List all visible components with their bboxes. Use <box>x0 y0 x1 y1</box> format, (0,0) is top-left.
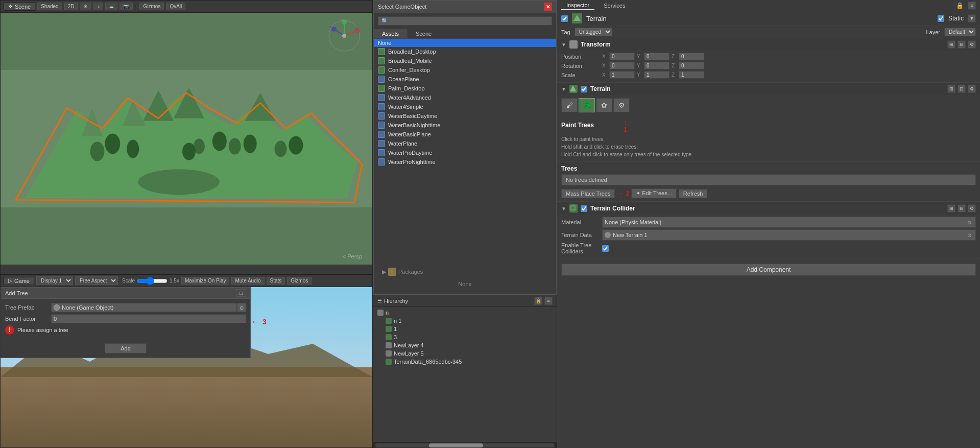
scale-y-input[interactable] <box>644 71 670 79</box>
terrain-enabled-checkbox[interactable] <box>581 86 587 92</box>
bend-factor-value: 0 <box>51 314 246 323</box>
asset-item-7[interactable]: Water4Simple <box>374 102 556 111</box>
asset-item-3[interactable]: Conifer_Desktop <box>374 65 556 75</box>
error-row: ! Please assign a tree <box>5 325 246 335</box>
scene-tab[interactable]: ❖ Scene <box>4 3 35 11</box>
material-select-btn[interactable]: ⊙ <box>965 218 973 226</box>
terrain-paint-details-btn[interactable]: ✿ <box>596 98 612 112</box>
tab-assets[interactable]: Assets <box>374 29 408 38</box>
tag-select[interactable]: Untagged <box>575 28 612 36</box>
hier-item-assets[interactable]: n <box>375 309 555 317</box>
gizmos-btn[interactable]: Gizmos <box>139 3 164 10</box>
asset-item-0[interactable]: None <box>374 39 556 47</box>
asset-icon-7 <box>378 103 385 110</box>
layer-select[interactable]: Default <box>944 28 976 36</box>
tag-layer-row: Tag Untagged Layer Default <box>557 26 980 38</box>
asset-item-8[interactable]: WaterBasicDaytime <box>374 111 556 121</box>
terrain-paint-trees-btn[interactable]: 🌲 <box>579 98 595 112</box>
hier-item-terrain[interactable]: TerrainData_6865edbc-345 <box>375 358 555 366</box>
asset-item-13[interactable]: WaterProNighttime <box>374 157 556 167</box>
collider-copy-btn[interactable]: ⊟ <box>958 204 966 213</box>
asset-item-1[interactable]: Broadleaf_Desktop <box>374 47 556 56</box>
fx-btn[interactable]: ☁ <box>105 3 117 10</box>
transform-align-btn[interactable]: ⊞ <box>947 40 955 49</box>
mute-btn[interactable]: Mute Audio <box>231 277 264 285</box>
hierarchy-lock-btn[interactable]: 🔒 <box>534 297 542 305</box>
add-tree-btn[interactable]: Add <box>105 343 147 353</box>
rot-x-input[interactable] <box>609 62 635 69</box>
game-tab[interactable]: ▷ Game <box>4 277 34 285</box>
search-input[interactable] <box>378 16 552 26</box>
terrain-settings-btn[interactable]: ⚙ <box>613 98 630 112</box>
asset-icon-1 <box>378 48 385 55</box>
scene-bottom-bar <box>1 265 372 274</box>
pos-z-input[interactable] <box>679 53 704 60</box>
inspector-menu-btn[interactable]: ≡ <box>968 2 976 10</box>
mass-place-trees-btn[interactable]: Mass Place Trees <box>561 189 615 198</box>
asset-item-2[interactable]: Broadleaf_Mobile <box>374 56 556 65</box>
asset-item-6[interactable]: Water4Advanced <box>374 93 556 102</box>
lights-btn[interactable]: ☀ <box>80 3 91 10</box>
maximize-btn[interactable]: Maximize On Play <box>181 277 230 285</box>
inspector-lock-btn[interactable]: 🔒 <box>955 2 964 10</box>
audio-btn[interactable]: ♪ <box>93 3 103 10</box>
hierarchy-titlebar: ☰ Hierarchy 🔒 ≡ <box>373 295 557 306</box>
hier-item-2[interactable]: 1 <box>375 325 555 333</box>
hier-item-5[interactable]: NewLayer 5 <box>375 349 555 358</box>
terrain-data-select-btn[interactable]: ⊙ <box>965 231 973 239</box>
pos-x-input[interactable] <box>609 53 635 60</box>
transform-copy-btn[interactable]: ⊟ <box>958 40 966 49</box>
edit-trees-btn[interactable]: ✦ Edit Trees... <box>631 188 677 198</box>
scale-z-input[interactable] <box>679 71 704 79</box>
hierarchy-menu-btn[interactable]: ≡ <box>544 297 553 305</box>
asset-item-11[interactable]: WaterPlane <box>374 139 556 148</box>
hierarchy-scrollbar[interactable] <box>373 442 557 448</box>
collider-menu-btn[interactable]: ⚙ <box>968 204 976 213</box>
hier-item-1[interactable]: n 1 <box>375 317 555 325</box>
rot-y-input[interactable] <box>644 62 670 69</box>
aspect-select[interactable]: Free Aspect <box>75 276 118 285</box>
terrain-raise-btn[interactable]: 🖌 <box>561 98 578 112</box>
prefab-select-btn[interactable]: ⊙ <box>237 303 246 312</box>
collider-enabled-checkbox[interactable] <box>581 205 587 212</box>
scene-cam-btn[interactable]: 📷 <box>119 3 133 10</box>
asset-item-9[interactable]: WaterBasicNighttime <box>374 121 556 130</box>
transform-header[interactable]: ▼ Transform ⊞ ⊟ ⚙ <box>557 38 980 51</box>
tab-services[interactable]: Services <box>599 2 630 10</box>
2d-btn[interactable]: 2D <box>64 3 78 10</box>
scale-slider[interactable] <box>137 277 168 285</box>
add-component-btn[interactable]: Add Component <box>561 264 976 276</box>
asset-item-12[interactable]: WaterProDaytime <box>374 148 556 157</box>
packages-row[interactable]: ▶ Packages <box>378 266 552 278</box>
stats-btn[interactable]: Stats <box>267 277 285 285</box>
display-select[interactable]: Display 1 <box>36 276 73 285</box>
scale-x-input[interactable] <box>609 71 635 79</box>
collider-align-btn[interactable]: ⊞ <box>947 204 955 213</box>
static-checkbox[interactable] <box>938 15 944 22</box>
tab-inspector[interactable]: Inspector <box>561 1 594 10</box>
add-tree-maximize[interactable]: □ <box>236 289 246 297</box>
all-filter-btn[interactable]: QvAll <box>166 3 185 10</box>
select-go-close-btn[interactable]: ✕ <box>544 3 552 11</box>
tab-scene[interactable]: Scene <box>408 29 440 38</box>
terrain-copy-btn[interactable]: ⊟ <box>958 85 966 93</box>
asset-item-4[interactable]: OceanPlane <box>374 75 556 84</box>
terrain-menu-btn[interactable]: ⚙ <box>968 85 976 93</box>
static-dropdown-btn[interactable]: ▼ <box>968 14 976 22</box>
shading-mode-btn[interactable]: Shaded <box>37 3 62 10</box>
terrain-component-header[interactable]: ▼ Terrain ⊞ ⊟ ⚙ <box>557 83 980 95</box>
collider-header[interactable]: ▼ Terrain Collider ⊞ ⊟ ⚙ <box>557 202 980 215</box>
asset-item-5[interactable]: Palm_Desktop <box>374 84 556 93</box>
transform-menu-btn[interactable]: ⚙ <box>968 40 976 49</box>
game-gizmos-btn[interactable]: Gizmos <box>287 277 312 285</box>
pos-y-input[interactable] <box>644 53 670 60</box>
hier-item-4[interactable]: NewLayer 4 <box>375 341 555 349</box>
terrain-align-btn[interactable]: ⊞ <box>947 85 955 93</box>
tree-colliders-checkbox[interactable] <box>602 245 609 252</box>
asset-item-10[interactable]: WaterBasicPlane <box>374 130 556 139</box>
rot-z-input[interactable] <box>679 62 704 69</box>
object-active-checkbox[interactable] <box>561 15 568 22</box>
hier-item-3[interactable]: 3 <box>375 333 555 341</box>
hierarchy-title: Hierarchy <box>384 298 408 304</box>
refresh-btn[interactable]: Refresh <box>679 189 708 198</box>
